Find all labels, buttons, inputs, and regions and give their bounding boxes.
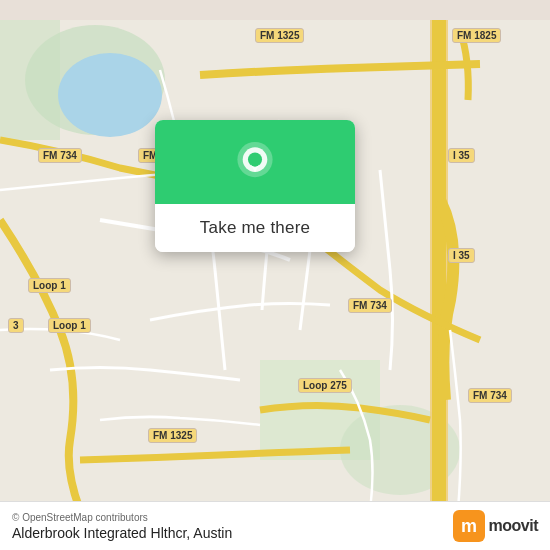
moovit-text: moovit — [489, 517, 538, 535]
map-svg — [0, 0, 550, 550]
road-label-fm1325-top: FM 1325 — [255, 28, 304, 43]
road-label-loop1-bottom: Loop 1 — [48, 318, 91, 333]
svg-point-5 — [58, 53, 162, 137]
moovit-logo: m moovit — [453, 510, 538, 542]
road-label-fm1825: FM 1825 — [452, 28, 501, 43]
map-container: FM 1325 FM 1825 FM 734 FM 734 I 35 Loop … — [0, 0, 550, 550]
road-label-i35-top: I 35 — [448, 148, 475, 163]
road-label-fm1325-bottom: FM 1325 — [148, 428, 197, 443]
svg-rect-7 — [432, 20, 446, 530]
popup-tail — [243, 251, 267, 252]
location-pin-icon — [233, 142, 277, 186]
road-label-loop1-mid: Loop 1 — [28, 278, 71, 293]
road-label-3: 3 — [8, 318, 24, 333]
svg-point-10 — [248, 153, 262, 167]
location-label: Alderbrook Integrated Hlthcr, Austin — [12, 525, 232, 541]
bottom-bar: © OpenStreetMap contributors Alderbrook … — [0, 501, 550, 550]
road-label-fm734-lower: FM 734 — [348, 298, 392, 313]
take-me-there-button[interactable]: Take me there — [200, 218, 310, 238]
road-label-fm734-right: FM 734 — [468, 388, 512, 403]
road-label-loop275: Loop 275 — [298, 378, 352, 393]
location-popup: Take me there — [155, 120, 355, 252]
bottom-left: © OpenStreetMap contributors Alderbrook … — [12, 512, 232, 541]
svg-rect-2 — [0, 20, 60, 140]
road-label-fm734-left: FM 734 — [38, 148, 82, 163]
road-label-i35-mid: I 35 — [448, 248, 475, 263]
osm-credit: © OpenStreetMap contributors — [12, 512, 232, 523]
popup-header — [155, 120, 355, 204]
popup-button-section[interactable]: Take me there — [155, 204, 355, 252]
moovit-icon: m — [453, 510, 485, 542]
